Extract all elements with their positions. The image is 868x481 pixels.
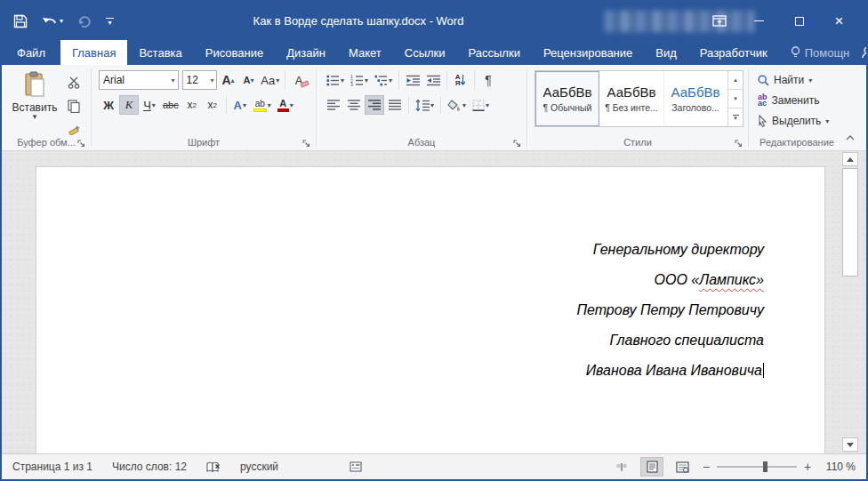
document-page[interactable]: Генеральному директору ООО «Лампикс» Пет… [36, 166, 825, 481]
subscript-button[interactable]: x2 [182, 95, 202, 115]
font-dialog-launcher[interactable] [301, 139, 312, 149]
customize-qat-button[interactable]: ▾ [103, 15, 117, 28]
font-name-combobox[interactable]: ▾ [99, 70, 179, 90]
font-size-combobox[interactable]: ▾ [182, 70, 218, 90]
styles-dialog-launcher[interactable] [734, 139, 744, 149]
paste-button[interactable]: Вставить ▾ [9, 68, 60, 138]
collapse-ribbon-button[interactable] [843, 132, 857, 143]
borders-button[interactable]: ▾ [470, 95, 492, 115]
line-spacing-caret[interactable]: ▾ [430, 101, 434, 109]
tab-home[interactable]: Главная [60, 40, 127, 65]
paragraph-dialog-launcher[interactable] [512, 139, 523, 149]
shading-caret[interactable]: ▾ [462, 101, 466, 109]
justify-button[interactable] [385, 95, 405, 115]
font-size-caret[interactable]: ▾ [209, 76, 214, 84]
macro-record-button[interactable] [350, 461, 362, 472]
styles-more-button[interactable]: ▾ [728, 108, 743, 126]
read-mode-button[interactable] [610, 457, 633, 477]
show-marks-button[interactable]: ¶ [478, 70, 498, 90]
share-button[interactable] [861, 40, 868, 65]
tab-review[interactable]: Рецензирование [532, 40, 644, 65]
tab-references[interactable]: Ссылки [393, 40, 457, 65]
grow-font-button[interactable]: А▴ [218, 70, 237, 90]
font-size-input[interactable] [187, 74, 210, 86]
style-heading1[interactable]: АаБбВв Заголово... [663, 71, 727, 126]
tab-design[interactable]: Дизайн [275, 40, 337, 65]
select-caret[interactable]: ▾ [825, 117, 829, 125]
text-effects-button[interactable]: А▾ [230, 95, 250, 115]
styles-scroll-down[interactable]: ▾ [728, 89, 743, 108]
highlight-button[interactable]: ab ▾ [251, 95, 274, 115]
shading-button[interactable]: ▾ [445, 95, 469, 115]
tab-developer[interactable]: Разработчик [688, 40, 779, 65]
font-color-button[interactable]: А ▾ [275, 95, 296, 115]
sort-button[interactable]: АЯ [451, 70, 470, 90]
highlight-caret[interactable]: ▾ [268, 101, 271, 109]
numbering-caret[interactable]: ▾ [365, 76, 368, 84]
replace-button[interactable]: abac Заменить [758, 92, 840, 109]
minimize-button[interactable] [739, 2, 779, 40]
italic-button[interactable]: К [119, 95, 139, 115]
find-caret[interactable]: ▾ [808, 76, 812, 84]
font-color-caret[interactable]: ▾ [290, 101, 293, 109]
tab-draw[interactable]: Рисование [194, 40, 275, 65]
tab-layout[interactable]: Макет [337, 40, 393, 65]
increase-indent-button[interactable] [423, 70, 443, 90]
zoom-slider-thumb[interactable] [763, 461, 768, 472]
redo-button[interactable] [75, 12, 94, 30]
superscript-button[interactable]: x2 [203, 95, 222, 115]
bullets-caret[interactable]: ▾ [341, 76, 344, 84]
ribbon-display-options-button[interactable] [699, 2, 739, 40]
underline-button[interactable]: Ч▾ [140, 95, 159, 115]
save-button[interactable] [11, 12, 30, 31]
zoom-out-button[interactable]: − [701, 460, 711, 474]
zoom-level[interactable]: 110 % [820, 461, 856, 473]
close-button[interactable]: × [819, 2, 859, 40]
tab-file[interactable]: Файл [2, 40, 60, 65]
word-count[interactable]: Число слов: 12 [112, 461, 187, 473]
undo-button[interactable]: ▾ [39, 12, 66, 30]
zoom-slider[interactable] [717, 466, 797, 468]
style-normal[interactable]: АаБбВв ¶ Обычный [535, 71, 599, 126]
maximize-button[interactable] [779, 2, 819, 40]
bold-button[interactable]: Ж [99, 95, 118, 115]
paste-caret[interactable]: ▾ [33, 114, 37, 119]
styles-scroll-up[interactable]: ▴ [728, 71, 743, 89]
tab-insert[interactable]: Вставка [127, 40, 193, 65]
borders-caret[interactable]: ▾ [486, 101, 489, 109]
align-center-button[interactable] [344, 95, 364, 115]
scroll-down-button[interactable] [842, 437, 858, 452]
tell-me-box[interactable]: Помощн [779, 40, 862, 65]
text-effects-caret[interactable]: ▾ [243, 101, 246, 109]
cut-button[interactable] [64, 74, 84, 92]
vertical-scrollbar[interactable] [840, 152, 860, 453]
multilevel-list-button[interactable]: ▾ [372, 70, 395, 90]
align-right-button[interactable] [365, 95, 384, 115]
scrollbar-thumb[interactable] [842, 168, 858, 277]
copy-button[interactable] [64, 97, 84, 115]
tab-mailings[interactable]: Рассылки [457, 40, 532, 65]
font-name-input[interactable] [103, 74, 171, 86]
clipboard-dialog-launcher[interactable] [76, 139, 87, 149]
align-left-button[interactable] [324, 95, 343, 115]
shrink-font-button[interactable]: А▾ [238, 70, 258, 90]
strikethrough-button[interactable]: abc [160, 95, 181, 115]
multilevel-caret[interactable]: ▾ [389, 76, 392, 84]
bullets-button[interactable]: ▾ [324, 70, 347, 90]
undo-caret[interactable]: ▾ [60, 17, 63, 25]
zoom-in-button[interactable]: + [802, 460, 813, 474]
decrease-indent-button[interactable] [403, 70, 422, 90]
numbering-button[interactable]: 123 ▾ [348, 70, 371, 90]
language-indicator[interactable]: русский [240, 461, 278, 473]
web-layout-button[interactable] [671, 457, 694, 477]
font-name-caret[interactable]: ▾ [171, 76, 176, 84]
scroll-up-button[interactable] [842, 152, 858, 166]
find-button[interactable]: Найти ▾ [758, 71, 840, 89]
clear-formatting-button[interactable]: А [289, 70, 309, 90]
tab-view[interactable]: Вид [644, 40, 688, 65]
page-indicator[interactable]: Страница 1 из 1 [12, 461, 92, 473]
change-case-button[interactable]: Аа▾ [259, 70, 281, 90]
select-button[interactable]: Выделить ▾ [758, 112, 840, 130]
print-layout-button[interactable] [640, 457, 663, 477]
style-no-spacing[interactable]: АаБбВв ¶ Без инте... [599, 71, 663, 126]
